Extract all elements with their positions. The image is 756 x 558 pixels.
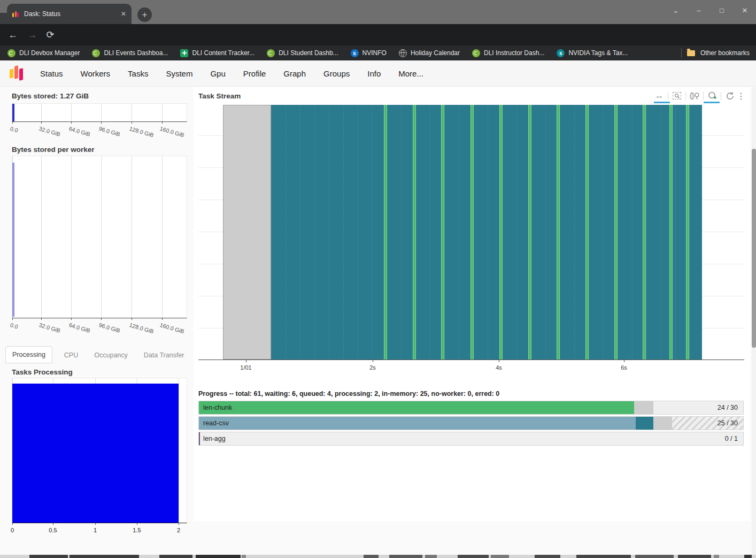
bookmark-item[interactable]: DLI Devbox Manager [7, 49, 80, 57]
axis-tick-label: 0.0 [10, 125, 19, 134]
bookmark-item[interactable]: DLI Instructor Dash... [472, 49, 544, 57]
nav-item-groups[interactable]: Groups [323, 69, 350, 78]
gridline [162, 104, 163, 121]
bookmark-label: Holiday Calendar [411, 49, 460, 57]
tasks-processing-plot: 00.511.52 [12, 378, 187, 523]
bookmark-label: NVIDIA Tags & Tax... [568, 49, 628, 57]
axis-tick-label: 64.0 GiB [68, 322, 91, 334]
progress-segment-sliver-purple [199, 432, 200, 445]
transfer-stripe [384, 105, 387, 360]
nvidia-green-icon [7, 49, 16, 57]
axis-tick-label: 96.0 GiB [98, 125, 121, 137]
axis-tick [71, 318, 72, 320]
progress-segment-done-blue [199, 417, 636, 430]
task-stream-plot[interactable]: 1/012s4s6s [198, 105, 744, 360]
axis-tick [41, 121, 42, 124]
tab-close-icon[interactable]: ✕ [121, 10, 126, 18]
bookmark-label: DLI Instructor Dash... [484, 49, 544, 57]
axis-tick [162, 318, 163, 320]
nvidia-green-icon [267, 49, 275, 57]
bytes-per-worker-plot: 0.032.0 GiB64.0 GiB96.0 GiB128.0 GiB160.… [12, 156, 187, 318]
nvidia-green-icon [92, 49, 100, 57]
axis-tick-label: 0 [11, 527, 14, 533]
browser-tab[interactable]: Dask: Status ✕ [7, 4, 132, 24]
wheel-zoom-tool-icon[interactable] [689, 90, 700, 102]
axis-tick-label: 96.0 GiB [98, 322, 121, 334]
gridline [41, 104, 42, 121]
nav-item-system[interactable]: System [166, 69, 192, 78]
nav-item-status[interactable]: Status [40, 69, 63, 78]
reload-button[interactable]: ⟳ [43, 24, 58, 45]
bytes-stored-bar [12, 104, 14, 121]
page-scrollbar[interactable] [752, 87, 756, 555]
zoom-selection-overlay [223, 105, 271, 360]
transfer-stripe [528, 105, 531, 360]
gridline [162, 156, 163, 318]
bokeh-menu-icon[interactable]: ⋮ [738, 90, 744, 102]
tab-cpu[interactable]: CPU [60, 347, 82, 363]
axis-tick [246, 360, 246, 362]
axis-tick-label: 2 [177, 527, 180, 533]
bookmark-item[interactable]: NVINFO [351, 49, 387, 57]
tab-occupancy[interactable]: Occupancy [90, 347, 132, 363]
box-zoom-tool-icon[interactable] [671, 90, 683, 102]
task-stream-task-block [271, 105, 702, 360]
nav-item-workers[interactable]: Workers [81, 69, 111, 78]
browser-toolbar: ← → ⟳ 127.0.0.1:8787/status ↗ K ⋮ [0, 24, 756, 45]
sidebar-tabs: ProcessingCPUOccupancyData Transfer [5, 346, 189, 363]
pan-tool-icon[interactable]: ↔ [653, 90, 665, 102]
other-bookmarks-button[interactable]: Other bookmarks [700, 49, 750, 57]
forward-button[interactable]: → [25, 24, 40, 45]
sharepoint-teal-icon [557, 49, 565, 57]
nav-item-profile[interactable]: Profile [243, 69, 266, 78]
progress-segment-gray [634, 401, 653, 414]
window-close-button[interactable]: ✕ [741, 6, 749, 14]
axis-tick [132, 318, 132, 320]
axis-tick [162, 121, 163, 124]
minimize-button[interactable]: – [695, 6, 703, 14]
gridline [101, 104, 102, 121]
tab-strip-corner [0, 13, 7, 24]
progress-value: 25 / 30 [718, 419, 738, 427]
axis-tick [12, 523, 13, 525]
transfer-stripe [470, 105, 474, 360]
sharepoint-blue-icon [351, 49, 359, 57]
sheets-icon [180, 49, 188, 57]
bookmark-item[interactable]: NVIDIA Tags & Tax... [557, 49, 628, 57]
axis-tick [53, 523, 53, 525]
bookmark-item[interactable]: DLI Student Dashb... [267, 49, 338, 57]
nav-item-graph[interactable]: Graph [283, 69, 306, 78]
bytes-per-worker-bar [12, 163, 14, 317]
scrollbar-thumb[interactable] [752, 149, 756, 348]
tab-search-icon[interactable]: ⌄ [672, 6, 680, 14]
bookmark-item[interactable]: Holiday Calendar [399, 49, 460, 57]
transfer-stripe [441, 105, 444, 360]
gridline [132, 104, 132, 121]
tasks-processing-title: Tasks Processing [12, 368, 73, 376]
progress-segment-done-green [199, 401, 634, 414]
transfer-stripe [585, 105, 589, 360]
maximize-button[interactable]: □ [718, 6, 726, 14]
axis-tick [373, 360, 373, 362]
bytes-stored-plot: 0.032.0 GiB64.0 GiB96.0 GiB128.0 GiB160.… [12, 103, 187, 122]
axis-tick-label: 2s [369, 364, 376, 371]
zoom-in-tool-icon[interactable] [706, 90, 718, 102]
bookmarks-separator [681, 48, 682, 58]
bookmark-item[interactable]: DLI Events Dashboa... [92, 49, 168, 57]
bookmark-item[interactable]: DLI Content Tracker... [180, 49, 254, 57]
tasks-processing-bar [12, 384, 179, 523]
tab-processing[interactable]: Processing [5, 346, 52, 363]
reset-tool-icon[interactable] [724, 90, 736, 102]
gridline [71, 156, 72, 318]
new-tab-button[interactable]: + [137, 7, 152, 22]
nav-item-more[interactable]: More... [398, 69, 423, 78]
nav-item-tasks[interactable]: Tasks [128, 69, 148, 78]
axis-tick-label: 1.5 [133, 527, 141, 533]
nav-item-info[interactable]: Info [367, 69, 381, 78]
bookmark-label: DLI Devbox Manager [19, 49, 80, 57]
back-button[interactable]: ← [5, 24, 20, 45]
nav-item-gpu[interactable]: Gpu [210, 69, 225, 78]
axis-tick-label: 160.0 GiB [159, 322, 185, 334]
axis-tick-label: 128.0 GiB [129, 125, 155, 138]
tab-data-transfer[interactable]: Data Transfer [140, 347, 189, 363]
